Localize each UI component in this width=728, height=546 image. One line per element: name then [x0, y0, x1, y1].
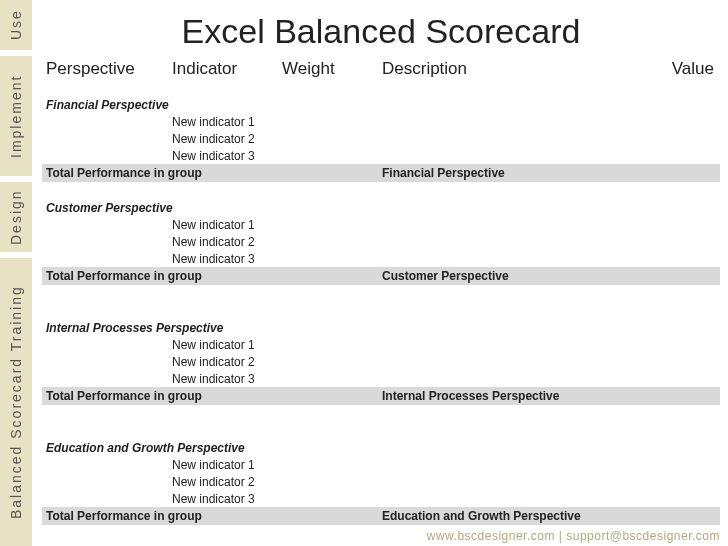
table-header: Perspective Indicator Weight Description… — [42, 59, 720, 79]
total-row: Total Performance in group Financial Per… — [42, 164, 720, 182]
indicator-row: New indicator 1 — [42, 336, 720, 353]
sidebar-tab-implement[interactable]: Implement — [0, 56, 32, 176]
group-title-row: Financial Perspective — [42, 96, 720, 113]
indicator-label: New indicator 2 — [172, 355, 282, 369]
group-title-row: Education and Growth Perspective — [42, 439, 720, 456]
indicator-row: New indicator 2 — [42, 233, 720, 250]
group-title: Financial Perspective — [42, 98, 169, 112]
footer-text: www.bscdesigner.com | support@bscdesigne… — [427, 529, 720, 543]
total-label: Total Performance in group — [42, 509, 282, 523]
total-label: Total Performance in group — [42, 166, 282, 180]
group-title: Internal Processes Perspective — [42, 321, 223, 335]
total-label: Total Performance in group — [42, 389, 282, 403]
main-content: Excel Balanced Scorecard Perspective Ind… — [38, 0, 728, 546]
scorecard-table: Perspective Indicator Weight Description… — [42, 59, 720, 525]
total-desc: Education and Growth Perspective — [382, 509, 660, 523]
indicator-label: New indicator 2 — [172, 235, 282, 249]
indicator-row: New indicator 1 — [42, 216, 720, 233]
group-title: Customer Perspective — [42, 201, 173, 215]
total-row: Total Performance in group Education and… — [42, 507, 720, 525]
total-desc: Internal Processes Perspective — [382, 389, 660, 403]
col-header-description: Description — [382, 59, 660, 79]
indicator-label: New indicator 1 — [172, 218, 282, 232]
indicator-label: New indicator 3 — [172, 252, 282, 266]
group-title: Education and Growth Perspective — [42, 441, 245, 455]
group-title-row: Internal Processes Perspective — [42, 319, 720, 336]
indicator-row: New indicator 3 — [42, 370, 720, 387]
sidebar-tab-design[interactable]: Design — [0, 182, 32, 252]
page-title: Excel Balanced Scorecard — [42, 12, 720, 51]
indicator-label: New indicator 2 — [172, 475, 282, 489]
sidebar-tab-use[interactable]: Use — [0, 0, 32, 50]
indicator-row: New indicator 2 — [42, 130, 720, 147]
total-label: Total Performance in group — [42, 269, 282, 283]
sidebar: Use Implement Design Balanced Scorecard … — [0, 0, 32, 546]
indicator-row: New indicator 3 — [42, 250, 720, 267]
total-row: Total Performance in group Customer Pers… — [42, 267, 720, 285]
total-desc: Financial Perspective — [382, 166, 660, 180]
indicator-label: New indicator 3 — [172, 149, 282, 163]
col-header-perspective: Perspective — [42, 59, 172, 79]
indicator-row: New indicator 1 — [42, 456, 720, 473]
col-header-indicator: Indicator — [172, 59, 282, 79]
indicator-row: New indicator 1 — [42, 113, 720, 130]
total-row: Total Performance in group Internal Proc… — [42, 387, 720, 405]
col-header-value: Value — [660, 59, 720, 79]
total-desc: Customer Perspective — [382, 269, 660, 283]
group-title-row: Customer Perspective — [42, 199, 720, 216]
indicator-row: New indicator 3 — [42, 490, 720, 507]
indicator-row: New indicator 2 — [42, 473, 720, 490]
indicator-label: New indicator 3 — [172, 492, 282, 506]
indicator-label: New indicator 3 — [172, 372, 282, 386]
indicator-label: New indicator 1 — [172, 115, 282, 129]
col-header-weight: Weight — [282, 59, 382, 79]
indicator-label: New indicator 2 — [172, 132, 282, 146]
indicator-label: New indicator 1 — [172, 338, 282, 352]
indicator-row: New indicator 3 — [42, 147, 720, 164]
sidebar-tab-training[interactable]: Balanced Scorecard Training — [0, 258, 32, 546]
indicator-row: New indicator 2 — [42, 353, 720, 370]
indicator-label: New indicator 1 — [172, 458, 282, 472]
